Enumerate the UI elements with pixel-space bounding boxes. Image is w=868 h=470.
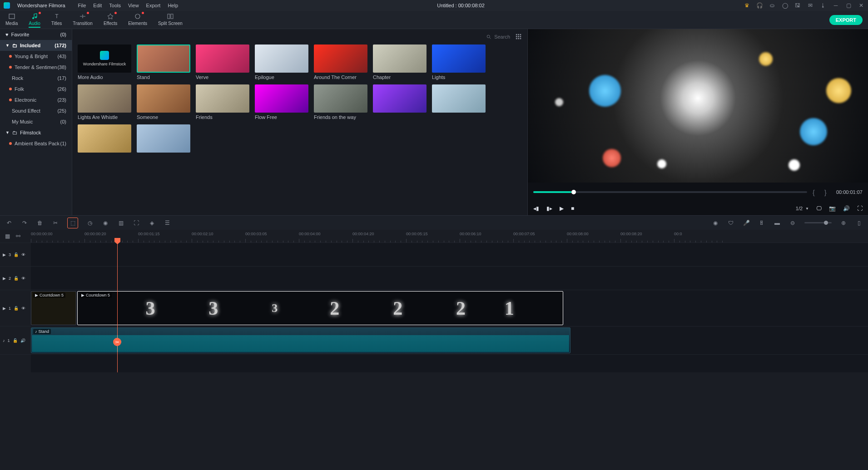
- eye-icon[interactable]: 👁: [21, 306, 25, 311]
- menu-edit[interactable]: Edit: [93, 3, 102, 8]
- play-button[interactable]: ▶: [560, 205, 564, 212]
- preview-canvas[interactable]: [528, 29, 868, 183]
- tab-split-screen[interactable]: Split Screen: [158, 12, 183, 28]
- preview-zoom-select[interactable]: 1/2 ▼: [796, 206, 809, 211]
- mixer-button[interactable]: 🎚: [758, 219, 765, 227]
- sidebar-favorite[interactable]: ♥ Favorite(0): [0, 29, 72, 40]
- sidebar-my-music[interactable]: My Music(0): [0, 116, 72, 127]
- mark-in-icon[interactable]: {: [813, 189, 819, 195]
- menu-tools[interactable]: Tools: [109, 3, 121, 8]
- marker-button[interactable]: 🛡: [727, 219, 734, 227]
- headphones-icon[interactable]: 🎧: [756, 2, 763, 9]
- export-button[interactable]: EXPORT: [829, 15, 863, 25]
- menu-view[interactable]: View: [128, 3, 139, 8]
- tab-media[interactable]: Media: [5, 12, 18, 28]
- thumb-item-14[interactable]: [78, 124, 131, 154]
- sidebar-ambient-beats[interactable]: Ambient Beats Pack(1): [0, 138, 72, 149]
- speed-button[interactable]: ◷: [86, 219, 94, 227]
- split-button[interactable]: ✂: [52, 219, 59, 227]
- download-icon[interactable]: ⭳: [820, 2, 826, 9]
- cut-marker-icon[interactable]: ✂: [113, 338, 121, 346]
- sidebar-filmstock[interactable]: ▼ 🗀 Filmstock: [0, 127, 72, 138]
- lock-icon[interactable]: 🔓: [13, 338, 18, 343]
- playhead[interactable]: [117, 242, 118, 372]
- eye-icon[interactable]: 👁: [21, 276, 25, 281]
- zoom-out-button[interactable]: ⊖: [789, 219, 796, 227]
- sidebar-electronic[interactable]: Electronic(23): [0, 94, 72, 105]
- tab-elements[interactable]: Elements: [128, 12, 147, 28]
- stop-button[interactable]: ■: [571, 205, 574, 212]
- close-icon[interactable]: ✕: [858, 2, 864, 9]
- adjust-button[interactable]: ☰: [164, 219, 171, 227]
- sidebar-young-bright[interactable]: Young & Bright(43): [0, 51, 72, 62]
- thumb-more-audio[interactable]: Wondershare FilmstockMore Audio: [78, 45, 131, 80]
- next-frame-button[interactable]: ▮▸: [546, 205, 552, 212]
- thumb-item-15[interactable]: [137, 124, 190, 154]
- lock-icon[interactable]: 🔓: [14, 306, 19, 311]
- thumb-lights[interactable]: Lights: [432, 45, 486, 80]
- undo-button[interactable]: ↶: [5, 219, 13, 227]
- crown-icon[interactable]: ♛: [744, 2, 750, 9]
- volume-icon[interactable]: 🔊: [843, 205, 850, 212]
- clip-audio-stand[interactable]: ♪Stand: [31, 327, 570, 353]
- thumb-epilogue[interactable]: Epilogue: [255, 45, 308, 80]
- link-icon[interactable]: ⚯: [15, 233, 22, 240]
- eye-icon[interactable]: 👁: [21, 252, 25, 257]
- preview-progress[interactable]: [533, 191, 807, 193]
- maximize-icon[interactable]: ▢: [845, 2, 852, 9]
- thumb-stand[interactable]: Stand: [137, 45, 190, 80]
- track-body[interactable]: ▶Countdown 5 ▶Countdown 5 3 3 3 2 2 2 1: [31, 290, 868, 326]
- clip-countdown-b[interactable]: ▶Countdown 5 3 3 3 2 2 2 1: [77, 291, 563, 325]
- zoom-fit-button[interactable]: ▯: [855, 219, 863, 227]
- timeline-zoom-slider[interactable]: [804, 222, 832, 223]
- track-body[interactable]: [31, 267, 868, 290]
- sidebar-tender[interactable]: Tender & Sentimen(38): [0, 62, 72, 73]
- menu-export[interactable]: Export: [146, 3, 161, 8]
- sidebar-rock[interactable]: Rock(17): [0, 73, 72, 84]
- delete-button[interactable]: 🗑: [36, 219, 44, 227]
- search-input[interactable]: Search: [486, 34, 510, 40]
- prev-frame-button[interactable]: ◂▮: [533, 205, 539, 212]
- grid-view-icon[interactable]: [516, 34, 522, 40]
- gift-icon[interactable]: ⛀: [769, 2, 775, 9]
- detach-button[interactable]: ⛶: [133, 219, 140, 227]
- zoom-in-button[interactable]: ⊕: [840, 219, 847, 227]
- sidebar-folk[interactable]: Folk(26): [0, 84, 72, 94]
- thumb-friends-on-the-way[interactable]: Friends on the way: [314, 84, 367, 120]
- green-screen-button[interactable]: ▥: [117, 219, 124, 227]
- timeline-ruler[interactable]: ▦ ⚯ 00:00:00:0000:00:00:2000:00:01:1500:…: [0, 230, 868, 242]
- message-icon[interactable]: ✉: [807, 2, 813, 9]
- tab-effects[interactable]: Effects: [104, 12, 117, 28]
- user-icon[interactable]: ◯: [782, 2, 788, 9]
- thumb-lights-are-whistle[interactable]: Lights Are Whistle: [78, 84, 131, 120]
- track-add-icon[interactable]: ▦: [4, 233, 11, 240]
- minimize-icon[interactable]: ─: [833, 2, 839, 9]
- fullscreen-icon[interactable]: ⛶: [857, 205, 863, 212]
- lock-icon[interactable]: 🔓: [14, 276, 19, 281]
- monitor-icon[interactable]: 🖵: [816, 205, 822, 212]
- snapshot-icon[interactable]: 📷: [829, 205, 836, 212]
- tab-transition[interactable]: Transition: [73, 12, 93, 28]
- mute-icon[interactable]: 🔊: [20, 338, 25, 343]
- tab-titles[interactable]: TTitles: [51, 12, 62, 28]
- crop-button[interactable]: ⬚: [67, 218, 78, 228]
- tab-audio[interactable]: Audio: [29, 12, 40, 28]
- save-icon[interactable]: 🖫: [794, 2, 801, 9]
- track-body[interactable]: [31, 243, 868, 266]
- track-body[interactable]: ♪Stand: [31, 327, 868, 354]
- thumb-flow-free[interactable]: Flow Free: [255, 84, 308, 120]
- thumb-chapter[interactable]: Chapter: [373, 45, 427, 80]
- thumbnail-button[interactable]: ▬: [774, 219, 781, 227]
- thumb-item-12[interactable]: [373, 84, 427, 120]
- render-button[interactable]: ◉: [712, 219, 719, 227]
- thumb-around-the-corner[interactable]: Around The Corner: [314, 45, 367, 80]
- sidebar-included[interactable]: ▼ 🗀 Included(172): [0, 40, 72, 51]
- sidebar-sound-effect[interactable]: Sound Effect(25): [0, 105, 72, 116]
- thumb-verve[interactable]: Verve: [196, 45, 249, 80]
- menu-file[interactable]: File: [78, 3, 86, 8]
- thumb-someone[interactable]: Someone: [137, 84, 190, 120]
- mark-out-icon[interactable]: }: [824, 189, 831, 195]
- record-button[interactable]: 🎤: [743, 219, 750, 227]
- redo-button[interactable]: ↷: [21, 219, 28, 227]
- keyframe-button[interactable]: ◈: [148, 219, 155, 227]
